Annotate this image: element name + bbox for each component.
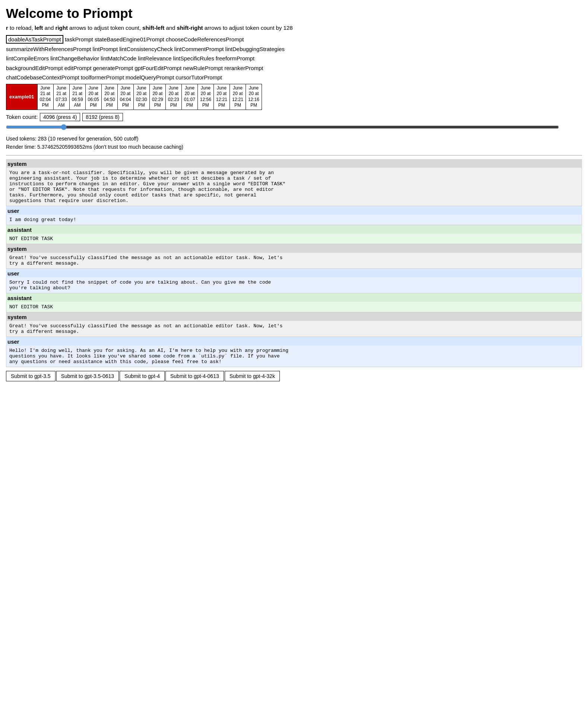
prompt-link-lintcomment[interactable]: lintCommentPrompt bbox=[174, 46, 224, 52]
version-label[interactable]: example01 bbox=[6, 84, 38, 110]
version-cell-5[interactable]: June20 at04:04PM bbox=[118, 84, 134, 110]
meta-info: Used tokens: 283 (10 reserved for genera… bbox=[6, 135, 582, 151]
token-slider[interactable] bbox=[6, 124, 559, 130]
submit-btn-3[interactable]: Submit to gpt-4-0613 bbox=[165, 371, 224, 381]
prompt-link-reranker[interactable]: rerankerPrompt bbox=[224, 65, 263, 71]
message-box-7: Hello! I'm doing well, thank you for ask… bbox=[6, 346, 582, 367]
prompt-link-toolformer[interactable]: toolformerPrompt bbox=[81, 74, 124, 81]
message-box-4: Sorry I could not find the snippet of co… bbox=[6, 277, 582, 293]
prompt-link-generate[interactable]: generatePrompt bbox=[93, 65, 133, 71]
message-box-3: Great! You've successfully classified th… bbox=[6, 253, 582, 269]
version-cell-3[interactable]: June20 at06:05PM bbox=[86, 84, 102, 110]
prompt-links-container: doableAsTaskPrompt taskPrompt stateBased… bbox=[6, 35, 582, 82]
token-btn-8192[interactable]: 8192 (press 8) bbox=[82, 113, 123, 121]
role-label-1: user bbox=[6, 206, 582, 215]
version-cell-12[interactable]: June20 at12:21PM bbox=[230, 84, 246, 110]
version-cell-6[interactable]: June20 at02:30PM bbox=[134, 84, 150, 110]
message-box-6: Great! You've successfully classified th… bbox=[6, 321, 582, 337]
prompt-link-freeform[interactable]: freeformPrompt bbox=[216, 55, 255, 62]
prompt-link-active[interactable]: doableAsTaskPrompt bbox=[6, 35, 63, 44]
divider bbox=[6, 155, 582, 155]
prompt-link-newrule[interactable]: newRulePrompt bbox=[183, 65, 223, 71]
version-cell-8[interactable]: June20 at02:23PM bbox=[166, 84, 182, 110]
page-title: Welcome to Priompt bbox=[6, 6, 582, 21]
message-box-5: NOT EDITOR TASK bbox=[6, 302, 582, 312]
version-cell-13[interactable]: June20 at12:16PM bbox=[246, 84, 262, 110]
prompt-link-cursortutor[interactable]: cursorTutorPrompt bbox=[176, 74, 222, 81]
version-cell-7[interactable]: June20 at02:29PM bbox=[150, 84, 166, 110]
token-btn-4096[interactable]: 4096 (press 4) bbox=[40, 113, 80, 121]
version-cell-11[interactable]: June20 at12:21PM bbox=[214, 84, 230, 110]
token-slider-container bbox=[6, 124, 582, 132]
version-cell-10[interactable]: June20 at12:56PM bbox=[198, 84, 214, 110]
role-label-3: system bbox=[6, 244, 582, 253]
prompt-link-lintcompile[interactable]: lintCompileErrors bbox=[6, 55, 49, 62]
role-label-2: assistant bbox=[6, 225, 582, 234]
role-label-0: system bbox=[6, 159, 582, 168]
chat-container: systemYou are a task-or-not classifier. … bbox=[6, 159, 582, 367]
render-time-text: Render time: 5.374625205993652ms (don't … bbox=[6, 143, 582, 151]
token-count-label: Token count: bbox=[6, 114, 38, 120]
prompt-link-lintmatch[interactable]: lintMatchCode bbox=[101, 55, 136, 62]
used-tokens-text: Used tokens: 283 (10 reserved for genera… bbox=[6, 135, 582, 143]
message-box-1: I am doing great today! bbox=[6, 215, 582, 225]
submit-row: Submit to gpt-3.5Submit to gpt-3.5-0613S… bbox=[6, 371, 582, 382]
prompt-link-lintchange[interactable]: lintChangeBehavior bbox=[50, 55, 99, 62]
version-cell-9[interactable]: June20 at01:07PM bbox=[182, 84, 198, 110]
prompt-link-summarize[interactable]: summarizeWithReferencesPrompt bbox=[6, 46, 91, 52]
prompt-link-gptfouredit[interactable]: gptFourEditPrompt bbox=[135, 65, 181, 71]
submit-btn-2[interactable]: Submit to gpt-4 bbox=[120, 371, 165, 381]
version-cell-4[interactable]: June20 at04:50PM bbox=[102, 84, 118, 110]
role-label-7: user bbox=[6, 337, 582, 346]
prompt-link-bgedit[interactable]: backgroundEditPrompt bbox=[6, 65, 63, 71]
submit-btn-0[interactable]: Submit to gpt-3.5 bbox=[6, 371, 56, 381]
prompt-link-lintconsistency[interactable]: lintConsistencyCheck bbox=[119, 46, 173, 52]
versions-container: example01 June21 at02:04PMJune21 at07:33… bbox=[6, 84, 262, 110]
role-label-5: assistant bbox=[6, 293, 582, 302]
prompt-link-choosecode[interactable]: chooseCodeReferencesPrompt bbox=[166, 36, 244, 42]
role-label-4: user bbox=[6, 269, 582, 277]
version-cell-2[interactable]: June21 at06:59AM bbox=[70, 84, 86, 110]
version-cell-0[interactable]: June21 at02:04PM bbox=[38, 84, 54, 110]
message-box-2: NOT EDITOR TASK bbox=[6, 234, 582, 244]
prompt-link-lintrules[interactable]: lintSpecificRules bbox=[173, 55, 214, 62]
prompt-link-lintrelevance[interactable]: lintRelevance bbox=[138, 55, 171, 62]
prompt-link-chatcodebase[interactable]: chatCodebaseContextPrompt bbox=[6, 74, 79, 81]
prompt-link-edit[interactable]: editPrompt bbox=[64, 65, 92, 71]
token-count-row: Token count: 4096 (press 4) 8192 (press … bbox=[6, 113, 582, 121]
message-box-0: You are a task-or-not classifier. Specif… bbox=[6, 168, 582, 206]
prompt-link-lintdebugging[interactable]: lintDebuggingStrategies bbox=[225, 46, 285, 52]
submit-btn-1[interactable]: Submit to gpt-3.5-0613 bbox=[56, 371, 119, 381]
version-cell-1[interactable]: June21 at07:33AM bbox=[54, 84, 70, 110]
submit-btn-4[interactable]: Submit to gpt-4-32k bbox=[225, 371, 280, 381]
role-label-6: system bbox=[6, 312, 582, 321]
prompt-link-modelquery[interactable]: modelQueryPrompt bbox=[126, 74, 174, 81]
prompt-link-lint[interactable]: lintPrompt bbox=[93, 46, 118, 52]
prompt-link-statebased[interactable]: stateBasedEngine01Prompt bbox=[95, 36, 164, 42]
shortcuts-text: r to reload, left and right arrows to ad… bbox=[6, 25, 582, 31]
prompt-link-task[interactable]: taskPrompt bbox=[65, 36, 93, 42]
